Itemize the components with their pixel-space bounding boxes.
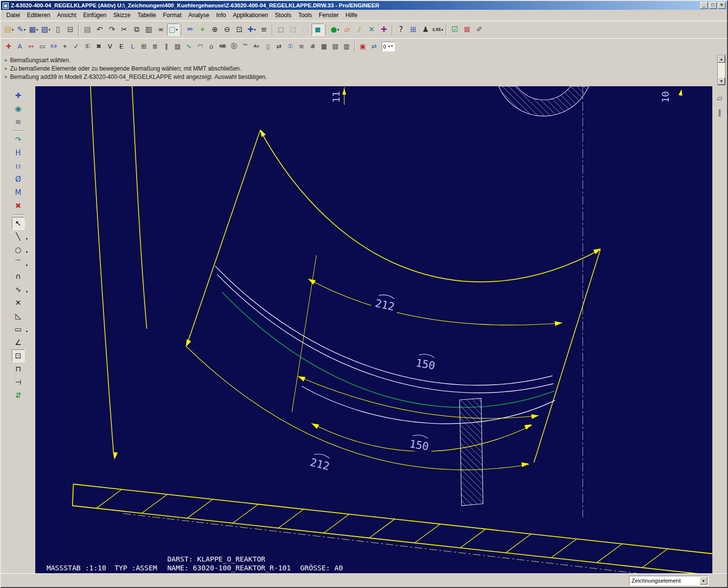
dim-label-150-mid[interactable]: 150 bbox=[411, 352, 440, 373]
sheet-spinner-arrows[interactable]: ▲▼ bbox=[388, 45, 393, 48]
construction-tool-icon[interactable]: ◺ bbox=[12, 310, 24, 322]
drawing-canvas[interactable]: 212 150 150 212 11 10 bbox=[35, 86, 712, 573]
datum-points-icon[interactable]: ✕ bbox=[365, 24, 378, 36]
open-drawing-icon[interactable]: ▤▾ bbox=[3, 24, 15, 36]
symbol-e-icon[interactable]: E bbox=[116, 41, 127, 52]
saved-views-icon[interactable]: ✚▾ bbox=[245, 24, 258, 36]
menu-skizze[interactable]: Skizze bbox=[110, 11, 134, 20]
circle-tool-icon[interactable]: ○▸ bbox=[12, 244, 24, 256]
cleanup-icon[interactable]: ✐ bbox=[473, 24, 485, 36]
note-create-icon[interactable]: A bbox=[14, 41, 25, 52]
use-edge-tool-icon[interactable]: ⊡ bbox=[12, 349, 24, 362]
delete-item-icon[interactable]: ✖ bbox=[93, 41, 104, 52]
dim-label-11[interactable]: 11 bbox=[330, 91, 342, 103]
dim-arc-150-mid[interactable] bbox=[298, 376, 539, 418]
scroll-down-icon[interactable]: ▼ bbox=[718, 77, 725, 85]
flap-outline[interactable] bbox=[187, 130, 600, 463]
trademark-note-icon[interactable]: ™ bbox=[240, 41, 251, 52]
spline-tool-icon[interactable]: ∿▸ bbox=[12, 283, 24, 296]
flyout-arrow-icon[interactable]: ▸ bbox=[26, 237, 28, 241]
tolerance-lines-icon[interactable]: ≋ bbox=[12, 116, 24, 128]
hatch-lines-icon[interactable]: ∥ bbox=[714, 107, 726, 119]
registered-mark-icon[interactable]: Ⓡ bbox=[228, 41, 240, 52]
flyout-arrow-icon[interactable]: ▸ bbox=[26, 329, 28, 333]
move-entity-tool-icon[interactable]: ⇵ bbox=[12, 389, 24, 402]
cut-icon[interactable]: ✂ bbox=[118, 24, 130, 36]
dropdown-arrow-icon[interactable]: ▾ bbox=[176, 28, 178, 32]
print-icon[interactable]: ⊟ bbox=[64, 24, 76, 36]
datum-point-tool-icon[interactable]: ✚ bbox=[12, 89, 24, 102]
window-icon[interactable]: ▣ bbox=[2, 2, 9, 9]
model-figures-icon[interactable]: ♟ bbox=[419, 24, 432, 36]
dim-arc-212-top[interactable] bbox=[308, 279, 562, 325]
menu-fenster[interactable]: Fenster bbox=[315, 11, 342, 20]
align-dimensions-icon[interactable]: ≡ bbox=[296, 41, 307, 52]
menu-editieren[interactable]: Editieren bbox=[24, 11, 53, 20]
dim-label-212-top[interactable]: 212 bbox=[370, 293, 400, 314]
ordinate-dimension-icon[interactable]: 0.0 bbox=[48, 41, 59, 52]
mirror-tool-icon[interactable]: ⊓ bbox=[12, 363, 24, 375]
tolerance-toggle-icon[interactable]: ±.01▾ bbox=[432, 24, 444, 36]
flyout-arrow-icon[interactable]: ▸ bbox=[26, 250, 28, 254]
view-orient-icon[interactable]: ◉ bbox=[12, 102, 24, 115]
hatch-create-icon[interactable]: ▨ bbox=[172, 41, 183, 52]
menu-info[interactable]: Info bbox=[213, 11, 229, 20]
new-sheet-icon[interactable]: ▯ bbox=[52, 24, 64, 36]
hidden-line-display-icon[interactable]: ◻ bbox=[287, 24, 299, 36]
fillet-tool-icon[interactable]: ∩ bbox=[12, 270, 24, 283]
flyout-arrow-icon[interactable]: ▸ bbox=[26, 290, 28, 294]
table-borders-icon[interactable]: ▤ bbox=[330, 41, 341, 52]
filter-selector[interactable]: Zeichnungselement ▼ bbox=[629, 576, 708, 586]
dropdown-arrow-icon[interactable]: ▾ bbox=[24, 28, 26, 32]
datum-csys-icon[interactable]: ✚ bbox=[378, 24, 390, 36]
sheet-spinner[interactable]: 0▲▼ bbox=[382, 42, 395, 51]
dim-arc-icon[interactable]: (·) bbox=[12, 160, 24, 172]
dim-label-212-bottom[interactable]: 212 bbox=[305, 451, 335, 474]
pentagon-note-icon[interactable]: ⌂ bbox=[206, 41, 217, 52]
maximize-button[interactable]: □ bbox=[709, 2, 717, 9]
gtol-icon[interactable]: ⌖ bbox=[59, 41, 71, 52]
dropdown-arrow-icon[interactable]: ▾ bbox=[49, 28, 50, 32]
menu-hilfe[interactable]: Hilfe bbox=[342, 11, 361, 20]
dropdown-arrow-icon[interactable]: ▾ bbox=[441, 28, 443, 32]
save-icon[interactable]: ▦▾ bbox=[27, 24, 40, 36]
refit-icon[interactable]: ⊡ bbox=[233, 24, 245, 36]
redo-icon[interactable]: ↷ bbox=[106, 24, 118, 36]
title-bar[interactable]: ▣ Z-63020-400-04_REGELKLAPPE (Aktiv) U:\… bbox=[1, 1, 727, 10]
cloud-note-icon[interactable]: ◠ bbox=[194, 41, 206, 52]
zoom-out-icon[interactable]: ⊖ bbox=[221, 24, 233, 36]
hatched-stem[interactable] bbox=[460, 398, 483, 506]
menu-tabelle[interactable]: Tabelle bbox=[134, 11, 159, 20]
dimension-create-icon[interactable]: ↔ bbox=[25, 41, 37, 52]
document-icon[interactable]: ▯ bbox=[262, 41, 273, 52]
table-display-icon[interactable]: ▦ bbox=[318, 41, 330, 52]
update-views-icon[interactable]: ⇄ bbox=[368, 41, 380, 52]
trim-tool-icon[interactable]: ⊣ bbox=[12, 376, 24, 389]
text-style-icon[interactable]: A≡ bbox=[251, 41, 262, 52]
dropdown-arrow-icon[interactable]: ▾ bbox=[12, 28, 14, 32]
extension-line[interactable] bbox=[292, 255, 316, 412]
dropdown-arrow-icon[interactable]: ▾ bbox=[254, 28, 256, 32]
offset-edge-tool-icon[interactable]: ∠ bbox=[12, 336, 24, 349]
find-icon[interactable]: ∞ bbox=[155, 24, 167, 36]
table-create-icon[interactable]: ⊞ bbox=[138, 41, 149, 52]
wireframe-display-icon[interactable]: ◻ bbox=[275, 24, 287, 36]
ref-dimension-icon[interactable]: ▭ bbox=[37, 41, 48, 52]
menu-format[interactable]: Format bbox=[160, 11, 185, 20]
flap-left-edge[interactable] bbox=[187, 130, 260, 345]
snap-lines-icon[interactable]: # bbox=[307, 41, 318, 52]
left-contour-line-2[interactable] bbox=[132, 86, 147, 329]
datum-display-icon[interactable]: ●▾ bbox=[329, 24, 341, 36]
copy-icon[interactable]: ⧉ bbox=[130, 24, 143, 36]
minimize-button[interactable]: _ bbox=[700, 2, 708, 9]
undo-icon[interactable]: ↶ bbox=[94, 24, 106, 36]
sketch-spline-icon[interactable]: ∿ bbox=[183, 41, 194, 52]
dim-label-10[interactable]: 10 bbox=[659, 91, 671, 103]
paste-icon[interactable]: ▤ bbox=[81, 24, 94, 36]
info-item-icon[interactable]: ① bbox=[285, 41, 296, 52]
close-window-icon[interactable]: ⊠ bbox=[461, 24, 473, 36]
message-scrollbar[interactable]: ▲ ▼ bbox=[717, 55, 726, 85]
no-hidden-display-icon[interactable]: ◻ bbox=[299, 24, 312, 36]
drawing-view-icon[interactable]: ▱ bbox=[714, 92, 726, 104]
rectangle-tool-icon[interactable]: ▭▸ bbox=[12, 323, 24, 336]
